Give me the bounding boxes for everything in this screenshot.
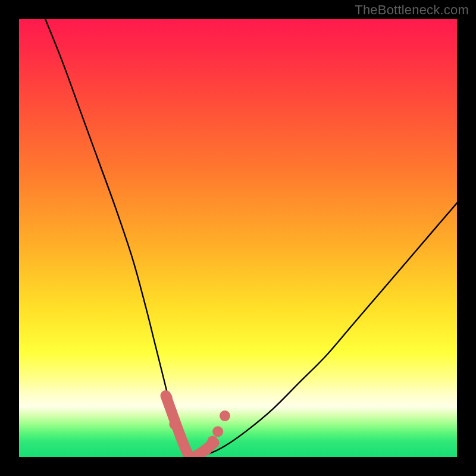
- marker-dot: [169, 419, 180, 430]
- marker-dot: [212, 426, 223, 437]
- plot-area: [19, 19, 457, 457]
- marker-dot: [207, 436, 218, 447]
- gradient-background: [19, 19, 457, 457]
- marker-dot: [201, 444, 212, 455]
- watermark-text: TheBottleneck.com: [355, 2, 469, 18]
- marker-dot: [220, 411, 230, 421]
- chart-stage: TheBottleneck.com: [0, 0, 476, 476]
- chart-svg: [19, 19, 457, 457]
- marker-dot: [162, 393, 173, 403]
